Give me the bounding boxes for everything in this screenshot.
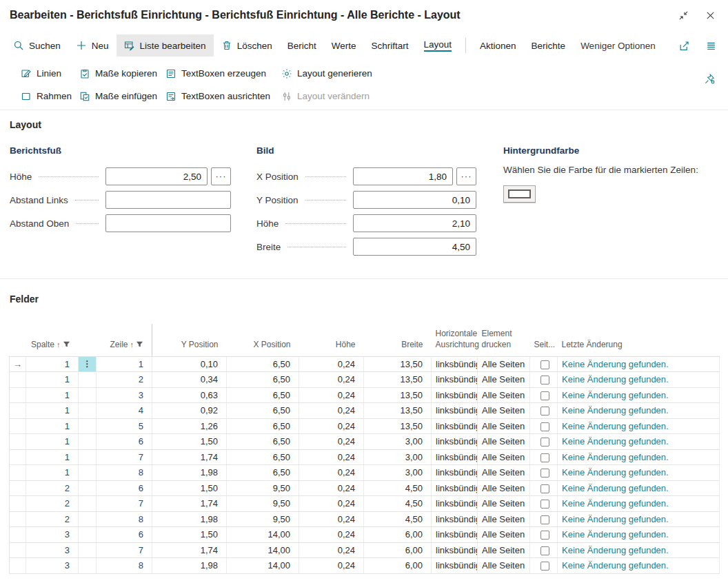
header-seite[interactable]: Seit... bbox=[530, 324, 558, 356]
cell-y[interactable]: 0,34 bbox=[152, 372, 227, 388]
cell-menu[interactable] bbox=[79, 434, 97, 450]
seite-checkbox[interactable] bbox=[540, 391, 549, 400]
cell-zeile[interactable]: 5 bbox=[97, 418, 152, 434]
cell-breite[interactable]: 3,00 bbox=[364, 449, 432, 465]
cell-menu[interactable] bbox=[79, 527, 97, 543]
cell-hoehe[interactable]: 0,24 bbox=[299, 511, 364, 527]
cell-drucken[interactable]: Alle Seiten bbox=[478, 418, 530, 434]
edit-list-button[interactable]: Liste bearbeiten bbox=[117, 34, 214, 57]
cell-y[interactable]: 1,98 bbox=[152, 511, 227, 527]
cell-ausrichtung[interactable]: linksbündig bbox=[432, 372, 478, 388]
bild-hoehe-input[interactable] bbox=[353, 214, 476, 232]
cell-seite[interactable] bbox=[530, 356, 558, 372]
cell-menu[interactable] bbox=[79, 558, 97, 574]
cell-ausrichtung[interactable]: linksbündig bbox=[432, 511, 478, 527]
cell-seite[interactable] bbox=[530, 465, 558, 481]
rahmen-button[interactable]: Rahmen bbox=[21, 85, 79, 107]
cell-breite[interactable]: 4,50 bbox=[364, 511, 432, 527]
cell-drucken[interactable]: Alle Seiten bbox=[478, 434, 530, 450]
cell-x[interactable]: 14,00 bbox=[227, 558, 299, 574]
cell-hoehe[interactable]: 0,24 bbox=[299, 465, 364, 481]
menu-werte[interactable]: Werte bbox=[324, 34, 364, 57]
cell-drucken[interactable]: Alle Seiten bbox=[478, 356, 530, 372]
seite-checkbox[interactable] bbox=[540, 407, 549, 415]
share-icon[interactable] bbox=[678, 40, 690, 52]
cell-breite[interactable]: 13,50 bbox=[364, 372, 432, 388]
open-in-list-icon[interactable] bbox=[705, 40, 717, 52]
seite-checkbox[interactable] bbox=[540, 500, 549, 509]
seite-checkbox[interactable] bbox=[540, 515, 549, 524]
collapse-window-icon[interactable] bbox=[678, 10, 689, 21]
cell-menu[interactable] bbox=[79, 496, 97, 512]
cell-zeile[interactable]: 4 bbox=[97, 403, 152, 419]
cell-drucken[interactable]: Alle Seiten bbox=[478, 542, 530, 558]
cell-menu[interactable] bbox=[79, 511, 97, 527]
cell-spalte[interactable]: 3 bbox=[26, 542, 79, 558]
cell-hoehe[interactable]: 0,24 bbox=[299, 558, 364, 574]
masse-einfuegen-button[interactable]: Maße einfügen bbox=[79, 85, 165, 107]
hoehe-assist-edit-button[interactable]: ··· bbox=[211, 167, 231, 185]
cell-ausrichtung[interactable]: linksbündig bbox=[432, 434, 478, 450]
cell-letzte[interactable]: Keine Änderung gefunden. bbox=[558, 449, 720, 465]
header-element-drucken[interactable]: Element drucken bbox=[478, 324, 530, 356]
cell-letzte[interactable]: Keine Änderung gefunden. bbox=[558, 496, 720, 512]
cell-drucken[interactable]: Alle Seiten bbox=[478, 480, 530, 496]
cell-seite[interactable] bbox=[530, 496, 558, 512]
cell-breite[interactable]: 6,00 bbox=[364, 558, 432, 574]
cell-seite[interactable] bbox=[530, 434, 558, 450]
menu-aktionen[interactable]: Aktionen bbox=[472, 34, 524, 57]
cell-x[interactable]: 6,50 bbox=[227, 372, 299, 388]
cell-zeile[interactable]: 6 bbox=[97, 434, 152, 450]
breite-input[interactable] bbox=[353, 238, 476, 256]
cell-y[interactable]: 1,50 bbox=[152, 434, 227, 450]
cell-zeile[interactable]: 2 bbox=[97, 372, 152, 388]
cell-zeile[interactable]: 3 bbox=[97, 387, 152, 403]
cell-ausrichtung[interactable]: linksbündig bbox=[432, 387, 478, 403]
cell-spalte[interactable]: 1 bbox=[26, 372, 79, 388]
cell-ausrichtung[interactable]: linksbündig bbox=[432, 496, 478, 512]
cell-ausrichtung[interactable]: linksbündig bbox=[432, 527, 478, 543]
x-position-input[interactable] bbox=[353, 167, 453, 185]
seite-checkbox[interactable] bbox=[540, 360, 549, 369]
menu-bericht[interactable]: Bericht bbox=[280, 34, 324, 57]
pin-icon[interactable] bbox=[704, 73, 716, 85]
cell-drucken[interactable]: Alle Seiten bbox=[478, 387, 530, 403]
cell-zeile[interactable]: 6 bbox=[97, 480, 152, 496]
cell-spalte[interactable]: 1 bbox=[26, 356, 79, 372]
cell-hoehe[interactable]: 0,24 bbox=[299, 527, 364, 543]
cell-spalte[interactable]: 3 bbox=[26, 558, 79, 574]
cell-letzte[interactable]: Keine Änderung gefunden. bbox=[558, 434, 720, 450]
cell-y[interactable]: 1,50 bbox=[152, 480, 227, 496]
cell-letzte[interactable]: Keine Änderung gefunden. bbox=[558, 418, 720, 434]
cell-drucken[interactable]: Alle Seiten bbox=[478, 449, 530, 465]
cell-menu[interactable] bbox=[79, 418, 97, 434]
cell-ausrichtung[interactable]: linksbündig bbox=[432, 465, 478, 481]
abstand-oben-input[interactable] bbox=[105, 214, 231, 232]
cell-breite[interactable]: 4,50 bbox=[364, 496, 432, 512]
cell-zeile[interactable]: 1 bbox=[97, 356, 152, 372]
cell-drucken[interactable]: Alle Seiten bbox=[478, 527, 530, 543]
cell-spalte[interactable]: 1 bbox=[26, 418, 79, 434]
cell-seite[interactable] bbox=[530, 558, 558, 574]
cell-seite[interactable] bbox=[530, 449, 558, 465]
cell-spalte[interactable]: 1 bbox=[26, 387, 79, 403]
cell-spalte[interactable]: 3 bbox=[26, 527, 79, 543]
cell-menu[interactable] bbox=[79, 449, 97, 465]
menu-layout-selected[interactable]: Layout bbox=[416, 34, 460, 57]
background-color-picker-button[interactable] bbox=[503, 185, 536, 203]
cell-spalte[interactable]: 1 bbox=[26, 434, 79, 450]
cell-breite[interactable]: 13,50 bbox=[364, 418, 432, 434]
header-spalte[interactable]: Spalte↑ bbox=[26, 324, 79, 356]
cell-zeile[interactable]: 8 bbox=[97, 558, 152, 574]
header-letzte-aenderung[interactable]: Letzte Änderung bbox=[558, 324, 720, 356]
layout-generieren-button[interactable]: Layout generieren bbox=[281, 62, 440, 85]
cell-seite[interactable] bbox=[530, 418, 558, 434]
cell-y[interactable]: 1,74 bbox=[152, 542, 227, 558]
cell-menu[interactable] bbox=[79, 372, 97, 388]
cell-ausrichtung[interactable]: linksbündig bbox=[432, 449, 478, 465]
cell-ausrichtung[interactable]: linksbündig bbox=[432, 418, 478, 434]
cell-x[interactable]: 6,50 bbox=[227, 356, 299, 372]
cell-hoehe[interactable]: 0,24 bbox=[299, 480, 364, 496]
cell-breite[interactable]: 13,50 bbox=[364, 356, 432, 372]
cell-spalte[interactable]: 2 bbox=[26, 511, 79, 527]
